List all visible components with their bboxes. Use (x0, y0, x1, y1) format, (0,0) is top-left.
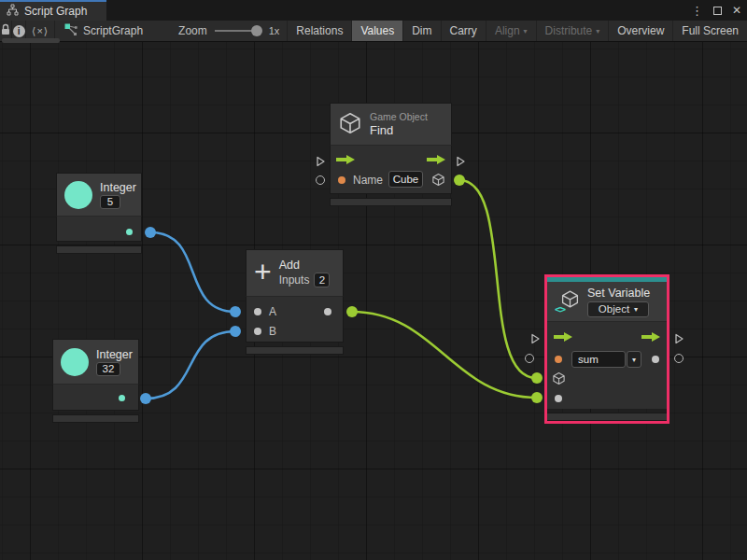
integer-literal-icon (64, 181, 92, 209)
align-dropdown-button[interactable]: Align ▾ (486, 21, 536, 41)
input-a-label: A (269, 305, 276, 318)
name-label: Name (353, 174, 383, 187)
canvas-h-scrollbar[interactable] (2, 38, 60, 43)
window-menu-icon[interactable]: ⋮ (691, 4, 703, 18)
relations-button[interactable]: Relations (287, 21, 351, 41)
node-title: Add (279, 259, 331, 272)
variable-name-field[interactable]: sum (571, 351, 626, 368)
carry-button[interactable]: Carry (441, 21, 486, 41)
node-integer-bottom[interactable]: Integer 32 (52, 339, 139, 423)
variable-name-dropdown-button[interactable]: ▾ (627, 351, 641, 368)
wire-find-to-setvar-object[interactable] (459, 180, 537, 378)
graph-toolbar: i ⟨×⟩ ScriptGraph Zoom 1x Relations Valu… (0, 21, 747, 42)
zoom-label: Zoom (156, 21, 215, 41)
name-input-port[interactable] (338, 176, 345, 184)
value-input-port[interactable] (555, 395, 562, 402)
node-title: Integer (96, 348, 133, 361)
input-a-port[interactable] (254, 308, 261, 315)
integer-output-port[interactable] (119, 395, 125, 401)
chevron-down-icon: ▾ (632, 356, 636, 364)
node-title: Set Variable (587, 287, 650, 300)
zoom-slider-handle[interactable] (251, 25, 262, 36)
graph-canvas[interactable]: Integer 5 Integer 32 + Add (0, 42, 747, 560)
integer-value-field[interactable]: 5 (100, 195, 120, 209)
node-set-variable[interactable]: <> Set Variable Object ▾ sum ▾ (544, 274, 669, 424)
target-object-port-icon[interactable] (552, 371, 566, 388)
node-category: Game Object (370, 111, 428, 122)
integer-value-field[interactable]: 32 (96, 362, 120, 376)
node-title: Integer (100, 181, 136, 194)
game-object-result-icon (431, 173, 445, 189)
code-icon: ⟨×⟩ (32, 25, 49, 37)
wire-int32-to-add-b[interactable] (146, 331, 235, 399)
flow-out-arrow-icon[interactable] (426, 154, 446, 168)
node-integer-top[interactable]: Integer 5 (56, 173, 142, 254)
chevron-down-icon: ▾ (596, 27, 599, 35)
add-icon: + (254, 257, 272, 287)
node-footer (246, 346, 344, 355)
inputs-label: Inputs (279, 273, 310, 287)
node-add[interactable]: + Add Inputs 2 A B (246, 249, 344, 355)
graph-breadcrumb[interactable]: ScriptGraph (55, 21, 156, 41)
node-title: Find (370, 123, 428, 137)
name-value-field[interactable]: Cube (388, 171, 423, 188)
info-icon: i (13, 25, 25, 37)
distribute-dropdown-button[interactable]: Distribute ▾ (536, 21, 609, 41)
lock-icon (0, 23, 11, 39)
graph-hierarchy-icon (7, 4, 19, 19)
sum-output-port[interactable] (324, 308, 331, 315)
flow-out-arrow-icon[interactable] (641, 331, 661, 345)
fullscreen-button[interactable]: Full Screen (672, 21, 747, 41)
flow-out-triangle-port[interactable] (455, 154, 466, 171)
node-footer (52, 414, 139, 423)
node-footer (547, 413, 667, 421)
overview-button[interactable]: Overview (608, 21, 672, 41)
variable-ring-port[interactable] (525, 354, 534, 363)
value-output-port[interactable] (652, 356, 659, 363)
flow-in-arrow-icon[interactable] (553, 331, 573, 345)
flow-in-arrow-icon[interactable] (335, 154, 356, 168)
close-icon[interactable]: ✕ (732, 4, 741, 17)
set-variable-icon: <> (555, 289, 580, 314)
wire-int5-to-add-a[interactable] (150, 232, 235, 312)
toolbar-toggle-group: Relations Values Dim Carry Align ▾ Distr… (287, 21, 747, 41)
values-button[interactable]: Values (351, 21, 402, 41)
variable-angle-glyph: <> (555, 303, 565, 315)
chevron-down-icon: ▾ (634, 305, 638, 314)
zoom-slider[interactable] (215, 30, 258, 32)
maximize-icon[interactable] (713, 7, 722, 15)
graph-name-label: ScriptGraph (83, 24, 143, 37)
flow-in-triangle-port[interactable] (529, 331, 541, 348)
node-find[interactable]: Game Object Find Name Cube (330, 103, 452, 206)
tab-title: Script Graph (24, 5, 87, 18)
integer-output-port[interactable] (126, 229, 133, 235)
flow-out-triangle-port[interactable] (673, 331, 684, 348)
chevron-down-icon: ▾ (524, 27, 528, 35)
script-graph-icon (64, 23, 78, 39)
game-object-icon (338, 111, 362, 138)
tab-script-graph[interactable]: Script Graph (0, 0, 106, 21)
inputs-count-field[interactable]: 2 (314, 273, 330, 287)
variable-scope-dropdown[interactable]: Object ▾ (587, 301, 649, 317)
dim-button[interactable]: Dim (402, 21, 440, 41)
wire-add-to-setvar-value[interactable] (352, 312, 537, 398)
input-b-port[interactable] (254, 328, 261, 335)
title-bar: Script Graph ⋮ ✕ (0, 0, 747, 21)
name-ring-port[interactable] (316, 175, 325, 185)
value-ring-port[interactable] (674, 354, 684, 363)
integer-literal-icon (61, 348, 89, 376)
flow-in-triangle-port[interactable] (315, 154, 326, 171)
variable-name-port[interactable] (555, 356, 562, 363)
input-b-label: B (269, 325, 276, 338)
node-footer (56, 245, 142, 254)
node-footer (330, 198, 452, 206)
